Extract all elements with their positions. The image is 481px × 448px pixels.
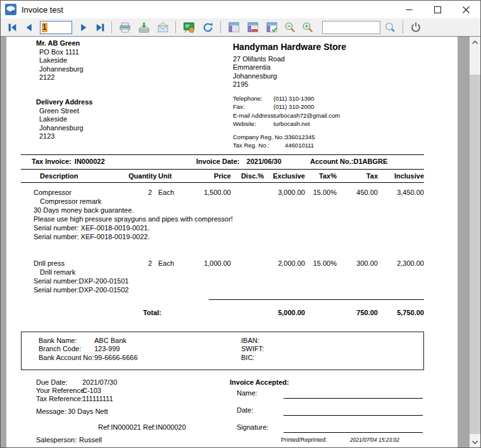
page-layout-confirm-button[interactable] [262, 20, 281, 35]
divider [21, 154, 424, 155]
printed-timestamp: 2021/07/04 15:23:02 [350, 437, 399, 443]
next-page-icon [78, 22, 89, 33]
close-icon [463, 6, 470, 13]
invoice-document: Mr. AB Green PO Box 1111 Lakeside Johann… [6, 37, 458, 447]
bank-details-box: Bank Name:ABC Bank Branch Code:123-999 B… [21, 332, 424, 370]
delivery-address-block: Delivery Address Green Street Lakeside J… [36, 98, 92, 140]
toolbar-separator [111, 21, 112, 34]
salesperson-row: Salesperson:Russell [36, 436, 102, 444]
zoom-out-button[interactable] [281, 20, 299, 35]
chevron-up-icon [472, 40, 478, 44]
design-report-button[interactable] [179, 20, 198, 35]
close-button[interactable] [452, 1, 480, 18]
accepted-date-label: Date: [237, 406, 253, 414]
table-row: Drill press 2 Each 1,000.00 2,000.00 15.… [34, 259, 424, 268]
close-preview-button[interactable] [406, 20, 425, 35]
account-number: Account No.:D1ABGRE [310, 158, 387, 165]
window-title: Invoice test [22, 5, 63, 15]
due-date-row: Due Date:2021/07/30 [36, 378, 117, 386]
maximize-button[interactable] [423, 1, 452, 18]
print-icon [119, 22, 131, 34]
company-registration: Company Reg. No.:336012345 Tax Reg. No.:… [233, 133, 315, 150]
total-inclusive: 5,750.00 [361, 309, 424, 316]
toolbar-separator [403, 21, 403, 34]
design-report-icon [183, 22, 195, 34]
zoom-in-icon [302, 22, 314, 34]
maximize-icon [434, 6, 441, 13]
invoice-accepted-heading: Invoice Accepted: [230, 378, 289, 386]
item-note: Serial number: XEF-0018-0019-0022. [34, 232, 424, 241]
signature-line [284, 432, 423, 433]
zoom-in-button[interactable] [299, 20, 316, 35]
power-icon [410, 22, 422, 33]
tax-reference-row: Tax Reference:111111111 [36, 395, 113, 402]
customer-address-block: Mr. AB Green PO Box 1111 Lakeside Johann… [36, 39, 84, 82]
page-layout-confirm-icon [266, 22, 278, 34]
print-button[interactable] [115, 20, 134, 35]
your-reference-row: Your Reference:C-103 [36, 387, 101, 394]
item-note: 30 Days money back guarantee. [34, 206, 424, 215]
company-address: 27 Olifants Road Emmarentia Johannesburg… [233, 55, 346, 89]
company-block: Handyman Hardware Store 27 Olifants Road… [233, 42, 346, 89]
printed-label: Printed/Reprinted: [281, 437, 327, 443]
item-remark: Drill remark [34, 268, 424, 277]
title-bar: Invoice test [1, 1, 480, 18]
ref-line: Ref:IN000021 Ref:IN000020 [98, 423, 186, 431]
previous-page-button[interactable] [20, 20, 37, 35]
invoice-date: Invoice Date: 2021/06/30 [196, 158, 282, 165]
last-page-icon [95, 22, 106, 33]
scroll-up-button[interactable] [470, 37, 480, 47]
table-header-row: Description Quantity Unit Price Disc.% E… [34, 172, 424, 180]
first-page-icon [7, 22, 18, 33]
bank-intl-details: IBAN: SWIFT: BIC: [241, 337, 264, 362]
table-row: Compressor 2 Each 1,500.00 3,000.00 15.0… [34, 188, 424, 197]
search-button[interactable] [380, 20, 399, 35]
date-signature-line [284, 415, 423, 416]
last-page-button[interactable] [92, 20, 108, 35]
item-remark: Compressor remark [34, 197, 424, 206]
minimize-button[interactable] [395, 1, 423, 18]
refresh-icon [202, 22, 214, 34]
scroll-down-button[interactable] [470, 437, 480, 447]
preview-area: Mr. AB Green PO Box 1111 Lakeside Johann… [1, 37, 480, 447]
accepted-signature-label: Signature: [237, 423, 268, 431]
item-note: Serial number:DXP-200-01501 [34, 277, 424, 285]
bank-details: Bank Name:ABC Bank Branch Code:123-999 B… [39, 337, 138, 362]
name-signature-line [284, 398, 423, 399]
item-note: Please use high pressure sprayguns and p… [34, 215, 424, 223]
window-controls [395, 1, 480, 18]
message-row: Message:30 Days Nett [36, 408, 108, 415]
page-header-layout-icon [228, 22, 240, 34]
page-number-input[interactable]: 1 [40, 21, 72, 34]
vertical-scrollbar[interactable] [470, 37, 480, 447]
company-name: Handyman Hardware Store [233, 42, 346, 52]
previous-page-icon [23, 22, 34, 33]
invoice-preview-window: Invoice test 1 [0, 0, 481, 448]
app-icon [5, 4, 16, 15]
export-button[interactable] [134, 20, 153, 35]
next-page-button[interactable] [75, 20, 92, 35]
toolbar: 1 [1, 18, 480, 37]
company-contact: Telephone:(011) 310-1390 Fax:(011) 310-2… [233, 94, 340, 128]
divider [21, 169, 424, 170]
minimize-icon [406, 6, 413, 13]
item-note: Serial number: XEF-0018-0019-0021. [34, 223, 424, 232]
toolbar-separator [175, 21, 176, 34]
email-button[interactable] [153, 20, 172, 35]
page-footer-layout-button[interactable] [243, 20, 262, 35]
item-note: Serial number:DXP-200-01502 [34, 285, 424, 294]
page-footer-layout-icon [247, 22, 259, 34]
first-page-button[interactable] [4, 20, 20, 35]
tax-invoice-number: Tax Invoice: IN000022 [32, 158, 105, 165]
page-header-layout-button[interactable] [224, 20, 243, 35]
refresh-button[interactable] [198, 20, 217, 35]
zoom-out-icon [284, 22, 296, 34]
search-input[interactable] [322, 21, 380, 34]
scrollbar-thumb[interactable] [470, 75, 480, 434]
search-icon [384, 22, 396, 34]
export-icon [138, 22, 150, 34]
chevron-down-icon [472, 440, 478, 444]
line-items: Compressor 2 Each 1,500.00 3,000.00 15.0… [34, 188, 424, 294]
total-exclusive: 5,000.00 [242, 309, 305, 316]
accepted-name-label: Name: [237, 389, 257, 397]
